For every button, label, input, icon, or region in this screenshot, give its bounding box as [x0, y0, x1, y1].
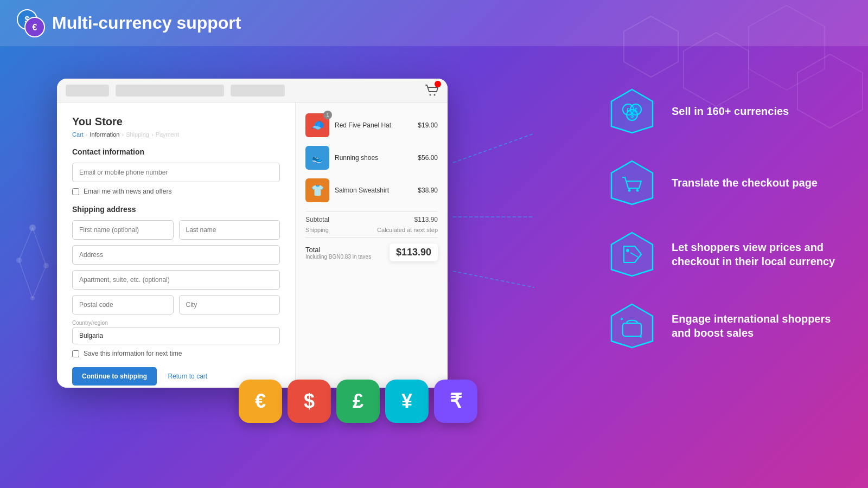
country-field: Country/region Bulgaria: [72, 320, 280, 344]
svg-line-14: [453, 271, 534, 287]
name-row: [72, 220, 280, 240]
contact-section-title: Contact information: [72, 147, 280, 156]
return-to-cart-button[interactable]: Return to cart: [168, 373, 207, 380]
address-input[interactable]: [72, 245, 280, 265]
svg-text:✦: ✦: [639, 335, 643, 339]
shipping-section-title: Shipping address: [72, 205, 280, 214]
save-info-checkbox[interactable]: [72, 350, 79, 357]
svg-line-12: [453, 133, 534, 163]
browser-tab: [66, 85, 109, 97]
feature-text-4: Engage international shoppers and boost …: [672, 312, 835, 340]
header-title: Multi-currency support: [52, 13, 241, 33]
svg-text:$: $: [630, 112, 634, 119]
save-info-label: Save this information for next time: [84, 350, 182, 357]
feature-item-2: Translate the checkout page: [608, 158, 835, 207]
last-name-input[interactable]: [179, 220, 280, 240]
hat-name: Red Five Panel Hat: [335, 121, 412, 129]
currency-buttons: € $ £ ¥ ₹: [239, 380, 477, 423]
breadcrumb-shipping: Shipping: [126, 131, 149, 138]
breadcrumb: Cart › Information › Shipping › Payment: [72, 131, 280, 138]
feature-text-3: Let shoppers view prices and checkout in…: [672, 240, 835, 268]
order-item-hat: 🧢 1 Red Five Panel Hat $19.00: [305, 113, 438, 137]
total-note: Including BGN0.83 in taxes: [305, 254, 371, 260]
feature-icon-3: [608, 230, 656, 279]
browser-url: [116, 85, 224, 97]
euro-button[interactable]: €: [239, 380, 282, 423]
feature-item-4: ✦ ✦ Engage international shoppers and bo…: [608, 301, 835, 350]
store-name: You Store: [72, 115, 280, 128]
feature-icon-4: ✦ ✦: [608, 301, 656, 350]
order-summary: 🧢 1 Red Five Panel Hat $19.00 👟 Running …: [296, 102, 448, 388]
total-labels: Total Including BGN0.83 in taxes: [305, 246, 371, 260]
svg-text:✦: ✦: [620, 316, 624, 322]
svg-point-4: [29, 224, 36, 231]
item-badge-hat: 1: [323, 111, 332, 119]
email-input[interactable]: [72, 163, 280, 182]
country-label: Country/region: [72, 320, 280, 326]
svg-point-32: [626, 249, 629, 252]
shoes-price: $56.00: [418, 154, 438, 162]
order-divider-1: [305, 211, 438, 211]
svg-line-8: [19, 228, 33, 260]
svg-line-10: [19, 260, 33, 298]
order-item-shoes: 👟 Running shoes $56.00: [305, 146, 438, 170]
order-divider-2: [305, 237, 438, 238]
svg-point-19: [430, 94, 431, 95]
email-offers-checkbox[interactable]: [72, 188, 79, 195]
postal-city-row: [72, 295, 280, 314]
email-offers-label: Email me with news and offers: [84, 188, 172, 195]
subtotal-line: Subtotal $113.90: [305, 216, 438, 223]
pound-button[interactable]: £: [336, 380, 380, 423]
shirt-image: 👕: [305, 178, 329, 202]
order-item-shirt: 👕 Salmon Sweatshirt $38.90: [305, 178, 438, 202]
browser-nav: [231, 85, 285, 97]
shoes-name: Running shoes: [335, 154, 412, 162]
header: $ € Multi-currency support: [0, 0, 868, 46]
continue-to-shipping-button[interactable]: Continue to shipping: [72, 367, 157, 386]
feature-text-2: Translate the checkout page: [672, 176, 818, 190]
features-panel: £ € $ Sell in 160+ currencies Translate …: [608, 87, 835, 373]
svg-marker-28: [611, 161, 653, 204]
checkout-mockup: You Store Cart › Information › Shipping …: [57, 79, 448, 388]
svg-text:€: €: [33, 23, 37, 32]
cart-icon: [424, 83, 439, 98]
svg-line-11: [33, 266, 46, 298]
shirt-name: Salmon Sweatshirt: [335, 187, 412, 194]
total-label: Total: [305, 246, 371, 254]
checkout-left-panel: You Store Cart › Information › Shipping …: [57, 102, 296, 388]
dollar-button[interactable]: $: [288, 380, 331, 423]
total-amount: $113.90: [390, 243, 438, 261]
shipping-line: Shipping Calculated at next step: [305, 227, 438, 233]
svg-marker-33: [611, 304, 653, 348]
rupee-button[interactable]: ₹: [434, 380, 477, 423]
feature-icon-2: [608, 158, 656, 207]
shipping-value: Calculated at next step: [377, 227, 438, 233]
feature-item-3: Let shoppers view prices and checkout in…: [608, 230, 835, 279]
breadcrumb-cart[interactable]: Cart: [72, 131, 84, 138]
city-input[interactable]: [179, 295, 280, 314]
svg-marker-31: [611, 233, 653, 276]
svg-point-6: [43, 263, 49, 268]
total-line: Total Including BGN0.83 in taxes $113.90: [305, 243, 438, 261]
email-offers-row: Email me with news and offers: [72, 188, 280, 195]
postal-input[interactable]: [72, 295, 174, 314]
shoe-image: 👟: [305, 146, 329, 170]
subtotal-value: $113.90: [414, 216, 438, 223]
breadcrumb-payment: Payment: [156, 131, 179, 138]
shipping-label: Shipping: [305, 227, 329, 233]
first-name-input[interactable]: [72, 220, 174, 240]
feature-item-1: £ € $ Sell in 160+ currencies: [608, 87, 835, 136]
svg-point-30: [636, 189, 639, 192]
svg-point-5: [16, 258, 22, 263]
cart-badge: [435, 81, 441, 87]
feature-text-1: Sell in 160+ currencies: [672, 104, 789, 118]
subtotal-label: Subtotal: [305, 216, 329, 223]
svg-line-9: [33, 228, 46, 266]
browser-bar: [57, 79, 448, 102]
country-value: Bulgaria: [72, 327, 280, 344]
feature-icon-1: £ € $: [608, 87, 656, 136]
svg-point-29: [628, 189, 631, 192]
yen-button[interactable]: ¥: [385, 380, 429, 423]
apt-input[interactable]: [72, 270, 280, 290]
breadcrumb-information: Information: [90, 131, 119, 138]
